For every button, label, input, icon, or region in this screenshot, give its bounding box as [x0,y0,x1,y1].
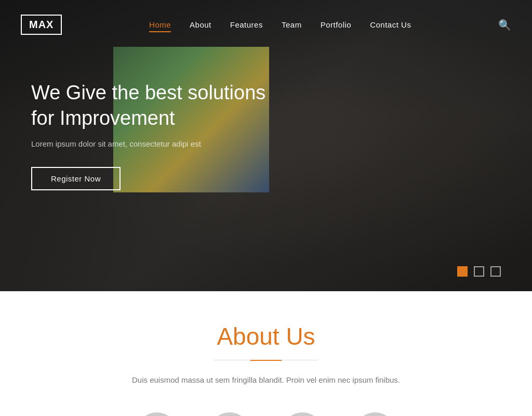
nav-item-contact[interactable]: Contact Us [370,20,411,29]
about-divider [214,360,318,361]
slide-dot-3[interactable] [490,266,501,277]
slide-dot-1[interactable] [457,266,468,277]
about-icon-clipboard: 📋 [282,412,323,416]
info-icon: ℹ [136,412,178,416]
user-icon: 👤 [209,412,250,416]
slide-dot-2[interactable] [474,266,484,277]
search-icon[interactable]: 🔍 [498,19,511,31]
about-section: About Us Duis euismod massa ut sem fring… [0,291,532,416]
clipboard-icon: 📋 [282,412,323,416]
nav-item-home[interactable]: Home [149,20,171,32]
about-icon-settings: ⚙ [354,412,396,416]
hero-title: We Give the best solutions for Improveme… [31,80,265,132]
about-icon-info: ℹ [136,412,178,416]
nav-item-team[interactable]: Team [282,20,302,29]
brand-logo[interactable]: MAX [21,15,62,35]
nav-item-features[interactable]: Features [230,20,263,29]
about-icons-row: ℹ 👤 📋 ⚙ [21,412,511,416]
about-title: About Us [21,322,511,350]
register-button[interactable]: Register Now [31,167,121,190]
settings-icon: ⚙ [354,412,396,416]
nav-item-portfolio[interactable]: Portfolio [321,20,352,29]
nav-item-about[interactable]: About [190,20,211,29]
navbar: MAX Home About Features Team Portfolio C… [0,0,532,49]
about-icon-user: 👤 [209,412,250,416]
hero-subtitle: Lorem ipsum dolor sit amet, consectetur … [31,139,201,148]
nav-links: Home About Features Team Portfolio Conta… [149,20,411,30]
slider-dots [457,266,501,277]
about-description: Duis euismod massa ut sem fringilla blan… [110,374,422,386]
